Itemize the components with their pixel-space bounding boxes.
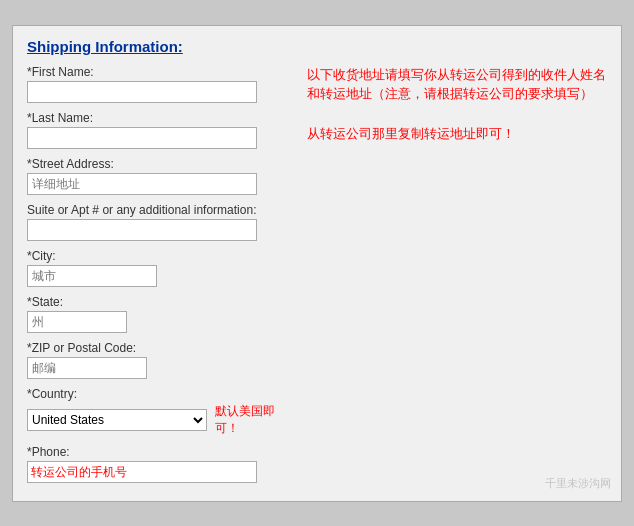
country-group: *Country: United States 默认美国即可！ (27, 387, 287, 437)
first-name-group: *First Name: (27, 65, 287, 103)
state-input[interactable] (27, 311, 127, 333)
suite-group: Suite or Apt # or any additional informa… (27, 203, 287, 241)
city-input[interactable] (27, 265, 157, 287)
watermark: 千里未涉沟网 (545, 476, 611, 491)
first-name-input[interactable] (27, 81, 257, 103)
last-name-group: *Last Name: (27, 111, 287, 149)
state-label: *State: (27, 295, 287, 309)
annotation-top: 以下收货地址请填写你从转运公司得到的收件人姓名和转运地址（注意，请根据转运公司的… (307, 65, 607, 104)
phone-label: *Phone: (27, 445, 287, 459)
suite-input[interactable] (27, 219, 257, 241)
form-left: *First Name: *Last Name: *Street Address… (27, 65, 287, 485)
country-row: United States 默认美国即可！ (27, 403, 287, 437)
street-address-group: *Street Address: (27, 157, 287, 195)
suite-label: Suite or Apt # or any additional informa… (27, 203, 287, 217)
state-group: *State: (27, 295, 287, 333)
country-default-note: 默认美国即可！ (215, 403, 287, 437)
form-right: 以下收货地址请填写你从转运公司得到的收件人姓名和转运地址（注意，请根据转运公司的… (297, 65, 607, 485)
street-address-label: *Street Address: (27, 157, 287, 171)
last-name-label: *Last Name: (27, 111, 287, 125)
country-label: *Country: (27, 387, 287, 401)
form-area: *First Name: *Last Name: *Street Address… (27, 65, 607, 485)
annotation-mid: 从转运公司那里复制转运地址即可！ (307, 124, 607, 144)
city-group: *City: (27, 249, 287, 287)
zip-input[interactable] (27, 357, 147, 379)
shipping-form-container: Shipping Information: *First Name: *Last… (12, 25, 622, 502)
zip-label: *ZIP or Postal Code: (27, 341, 287, 355)
section-title: Shipping Information: (27, 38, 607, 55)
phone-group: *Phone: 转运公司的手机号 (27, 445, 287, 483)
street-address-input[interactable] (27, 173, 257, 195)
last-name-input[interactable] (27, 127, 257, 149)
first-name-label: *First Name: (27, 65, 287, 79)
phone-input[interactable] (27, 461, 257, 483)
country-select[interactable]: United States (27, 409, 207, 431)
zip-group: *ZIP or Postal Code: (27, 341, 287, 379)
city-label: *City: (27, 249, 287, 263)
